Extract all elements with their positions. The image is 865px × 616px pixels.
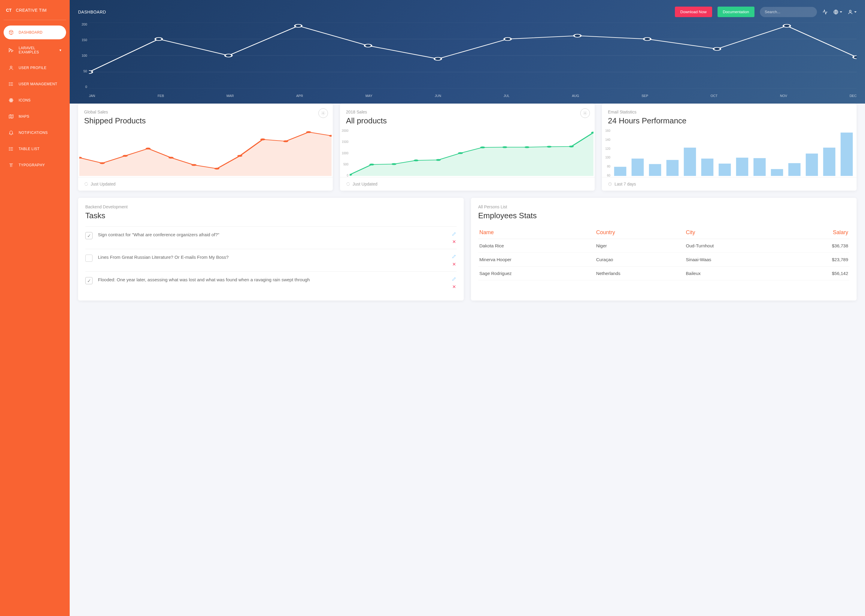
sidebar-item-user-profile[interactable]: USER PROFILE (4, 61, 66, 75)
svg-point-48 (283, 140, 288, 142)
y-tick: 50 (78, 69, 87, 73)
svg-point-41 (123, 155, 127, 157)
card-hours: Email Statistics 24 Hours Performance 16… (602, 104, 857, 191)
x-tick: APR (296, 94, 303, 97)
refresh-icon (346, 182, 350, 186)
svg-rect-70 (719, 163, 731, 176)
svg-point-45 (214, 168, 220, 170)
card-settings-button[interactable] (318, 108, 328, 118)
svg-rect-68 (684, 148, 696, 176)
svg-point-42 (146, 148, 151, 149)
svg-point-44 (191, 164, 197, 166)
task-checkbox[interactable]: ✓ (85, 232, 93, 239)
activity-icon[interactable] (823, 9, 828, 15)
svg-point-63 (591, 132, 593, 134)
svg-point-16 (9, 150, 9, 151)
card-subtitle: Email Statistics (608, 110, 851, 115)
search-input[interactable] (765, 9, 815, 14)
svg-rect-72 (753, 158, 766, 176)
x-tick: JAN (89, 94, 95, 97)
task-checkbox[interactable]: ✓ (85, 277, 93, 284)
employees-title: Employees Stats (478, 211, 849, 220)
sidebar-item-laravel-examples[interactable]: LARAVEL EXAMPLES▾ (4, 42, 66, 58)
x-tick: MAY (365, 94, 373, 97)
search[interactable] (760, 7, 817, 17)
svg-point-28 (225, 54, 232, 57)
svg-rect-71 (736, 157, 749, 176)
sidebar-item-label: TYPOGRAPHY (19, 163, 45, 167)
svg-point-61 (547, 146, 552, 148)
svg-point-36 (783, 24, 790, 27)
task-text: Sign contract for "What are conference o… (98, 231, 446, 238)
card-settings-button[interactable] (580, 108, 590, 118)
edit-icon[interactable] (452, 277, 456, 281)
sidebar-item-dashboard[interactable]: DASHBOARD (4, 25, 66, 39)
globe-menu[interactable] (833, 9, 842, 15)
svg-point-26 (89, 71, 93, 74)
download-button[interactable]: Download Now (675, 6, 712, 17)
sidebar-item-typography[interactable]: TYPOGRAPHY (4, 158, 66, 172)
sidebar-item-label: ICONS (19, 98, 31, 102)
task-text: Lines From Great Russian Literature? Or … (98, 254, 446, 260)
y-tick: 100 (78, 54, 87, 57)
edit-icon[interactable] (452, 254, 456, 259)
delete-icon[interactable] (452, 284, 456, 289)
tasks-title: Tasks (85, 211, 456, 220)
svg-point-35 (714, 47, 720, 50)
table-header: Salary (786, 226, 849, 239)
table-header: Country (595, 226, 685, 239)
user-menu[interactable] (848, 9, 857, 15)
chevron-down-icon (854, 11, 857, 13)
x-tick: JUL (504, 94, 510, 97)
svg-rect-64 (614, 167, 626, 176)
table-cell: Minerva Hooper (478, 253, 595, 267)
x-tick: JUN (435, 94, 441, 97)
card-subtitle: 2018 Sales (346, 110, 589, 115)
sidebar-item-label: LARAVEL EXAMPLES (19, 46, 55, 54)
employees-table: NameCountryCitySalary Dakota RiceNigerOu… (478, 226, 849, 280)
sidebar-item-maps[interactable]: MAPS (4, 110, 66, 123)
svg-point-20 (849, 10, 851, 12)
delete-icon[interactable] (452, 239, 456, 244)
documentation-button[interactable]: Documentation (717, 6, 755, 17)
table-cell: Dakota Rice (478, 239, 595, 253)
sidebar-item-user-management[interactable]: USER MANAGEMENT (4, 77, 66, 91)
bell-icon (8, 130, 14, 135)
card-footer: Just Updated (340, 177, 595, 191)
edit-icon[interactable] (452, 231, 456, 236)
x-tick: MAR (226, 94, 234, 97)
x-tick: NOV (780, 94, 787, 97)
y-tick: 1500 (340, 140, 348, 143)
y-tick: 200 (78, 22, 87, 26)
y-tick: 140 (602, 138, 610, 141)
svg-point-33 (574, 34, 581, 37)
task-checkbox[interactable] (85, 255, 93, 262)
sidebar-item-label: USER MANAGEMENT (19, 82, 57, 86)
brand[interactable]: CT CREATIVE TIM (4, 6, 66, 20)
delete-icon[interactable] (452, 262, 456, 267)
sidebar-item-label: USER PROFILE (19, 66, 47, 70)
y-tick: 1000 (340, 152, 348, 155)
sidebar-item-label: NOTIFICATIONS (19, 130, 48, 135)
y-tick: 100 (602, 156, 610, 159)
svg-rect-67 (667, 160, 679, 176)
svg-point-49 (306, 131, 311, 133)
svg-rect-75 (806, 154, 818, 176)
topbar: DASHBOARD Download Now Documentation (78, 6, 857, 17)
list-icon (8, 146, 14, 152)
list-icon (8, 81, 14, 87)
y-tick: 60 (602, 174, 610, 177)
sidebar-item-table-list[interactable]: TABLE LIST (4, 142, 66, 156)
card-footer: Last 7 days (602, 177, 857, 191)
table-row: Dakota RiceNigerOud-Turnhout$36,738 (478, 239, 849, 253)
main-chart: 200150100500 JANFEBMARAPRMAYJUNJULAUGSEP… (78, 22, 857, 97)
x-tick: SEP (642, 94, 648, 97)
card-title: Shipped Products (84, 116, 327, 126)
task-text: Flooded: One year later, assessing what … (98, 277, 446, 283)
map-icon (8, 114, 14, 119)
y-tick: 2000 (340, 129, 348, 132)
sidebar-item-notifications[interactable]: NOTIFICATIONS (4, 126, 66, 140)
sidebar-item-icons[interactable]: ICONS (4, 93, 66, 107)
content: Global Sales Shipped Products Just Updat… (70, 104, 865, 309)
refresh-icon (84, 182, 88, 186)
